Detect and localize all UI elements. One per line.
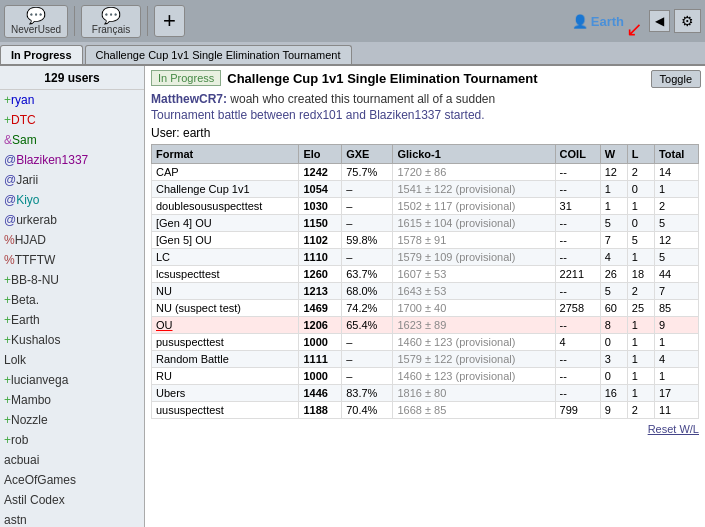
user-name: Sam [12, 133, 37, 147]
table-row: RU 1000 – 1460 ± 123 (provisional) -- 0 … [152, 368, 699, 385]
cell-elo: 1213 [299, 283, 342, 300]
francais-btn[interactable]: 💬 Français [81, 5, 141, 38]
cell-coil: -- [555, 351, 600, 368]
tournament-header: In Progress Challenge Cup 1v1 Single Eli… [151, 70, 699, 86]
sidebar-user[interactable]: AceOfGames [0, 470, 144, 490]
sidebar-user[interactable]: @urkerab [0, 210, 144, 230]
cell-format: Random Battle [152, 351, 299, 368]
user-name: DTC [11, 113, 36, 127]
chat-user-1: MatthewCR7: [151, 92, 227, 106]
user-prefix: + [4, 313, 11, 327]
sidebar-user[interactable]: +Kushalos [0, 330, 144, 350]
neverused-btn[interactable]: 💬 NeverUsed [4, 5, 68, 38]
sidebar-user[interactable]: @Kiyo [0, 190, 144, 210]
user-prefix: + [4, 393, 11, 407]
cell-l: 1 [627, 385, 654, 402]
user-prefix: @ [4, 153, 16, 167]
toggle-btn[interactable]: Toggle [651, 70, 701, 88]
cell-elo: 1054 [299, 181, 342, 198]
user-name: astn [4, 513, 27, 527]
cell-glicko: 1579 ± 122 (provisional) [393, 351, 555, 368]
cell-glicko: 1700 ± 40 [393, 300, 555, 317]
sidebar-user[interactable]: +BB-8-NU [0, 270, 144, 290]
red-arrow-icon: ↙ [626, 17, 643, 41]
cell-total: 4 [654, 351, 698, 368]
sidebar-user[interactable]: acbuai [0, 450, 144, 470]
sidebar-user[interactable]: Astil Codex [0, 490, 144, 510]
cell-total: 1 [654, 368, 698, 385]
cell-w: 7 [600, 232, 627, 249]
speech2-icon: 💬 [101, 8, 121, 24]
cell-gxe: – [342, 351, 393, 368]
tab-tournament[interactable]: Challenge Cup 1v1 Single Elimination Tou… [85, 45, 352, 64]
sidebar-user[interactable]: +Earth [0, 310, 144, 330]
cell-glicko: 1615 ± 104 (provisional) [393, 215, 555, 232]
user-name: Jarii [16, 173, 38, 187]
cell-format: NU (suspect test) [152, 300, 299, 317]
user-name: HJAD [15, 233, 46, 247]
table-row: NU (suspect test) 1469 74.2% 1700 ± 40 2… [152, 300, 699, 317]
sidebar-user[interactable]: +Nozzle [0, 410, 144, 430]
sidebar-user[interactable]: &Sam [0, 130, 144, 150]
cell-l: 5 [627, 232, 654, 249]
chat-text-1: woah who created this tournament all of … [230, 92, 495, 106]
tabbar: In Progress Challenge Cup 1v1 Single Eli… [0, 42, 705, 66]
settings-btn[interactable]: ⚙ [674, 9, 701, 33]
table-row: Random Battle 1111 – 1579 ± 122 (provisi… [152, 351, 699, 368]
cell-total: 11 [654, 402, 698, 419]
user-name: ryan [11, 93, 34, 107]
cell-elo: 1110 [299, 249, 342, 266]
tab-in-progress[interactable]: In Progress [0, 45, 83, 64]
nav-prev-btn[interactable]: ◀ [649, 10, 670, 32]
cell-gxe: – [342, 368, 393, 385]
sidebar-user[interactable]: +DTC [0, 110, 144, 130]
cell-glicko: 1460 ± 123 (provisional) [393, 334, 555, 351]
stats-table: Format Elo GXE Glicko-1 COIL W L Total C… [151, 144, 699, 419]
cell-coil: 2758 [555, 300, 600, 317]
sidebar-user[interactable]: @Jarii [0, 170, 144, 190]
cell-l: 2 [627, 283, 654, 300]
sidebar-user[interactable]: Lolk [0, 350, 144, 370]
cell-elo: 1000 [299, 368, 342, 385]
stats-tbody: CAP 1242 75.7% 1720 ± 86 -- 12 2 14 Chal… [152, 164, 699, 419]
reset-wl-link[interactable]: Reset W/L [648, 423, 699, 435]
sidebar-user[interactable]: +Mambo [0, 390, 144, 410]
cell-w: 9 [600, 402, 627, 419]
sidebar-user[interactable]: +Beta. [0, 290, 144, 310]
sidebar-user[interactable]: @Blaziken1337 [0, 150, 144, 170]
sidebar-user[interactable]: astn [0, 510, 144, 527]
cell-elo: 1242 [299, 164, 342, 181]
user-name: Kushalos [11, 333, 60, 347]
sidebar-user[interactable]: %HJAD [0, 230, 144, 250]
table-row: Challenge Cup 1v1 1054 – 1541 ± 122 (pro… [152, 181, 699, 198]
user-prefix: + [4, 433, 11, 447]
add-tab-btn[interactable]: + [154, 5, 185, 37]
cell-l: 1 [627, 317, 654, 334]
sidebar-user[interactable]: +rob [0, 430, 144, 450]
tournament-title: Challenge Cup 1v1 Single Elimination Tou… [227, 71, 537, 86]
cell-total: 1 [654, 181, 698, 198]
user-name: TTFTW [15, 253, 56, 267]
cell-format: Ubers [152, 385, 299, 402]
cell-w: 3 [600, 351, 627, 368]
user-prefix: + [4, 293, 11, 307]
user-name: Mambo [11, 393, 51, 407]
sidebar-user[interactable]: +ryan [0, 90, 144, 110]
user-name: Beta. [11, 293, 39, 307]
cell-l: 2 [627, 164, 654, 181]
sidebar-user[interactable]: +lucianvega [0, 370, 144, 390]
cell-w: 4 [600, 249, 627, 266]
cell-w: 16 [600, 385, 627, 402]
cell-format: [Gen 5] OU [152, 232, 299, 249]
cell-gxe: – [342, 181, 393, 198]
table-row: uususpecttest 1188 70.4% 1668 ± 85 799 9… [152, 402, 699, 419]
cell-total: 5 [654, 249, 698, 266]
cell-w: 1 [600, 198, 627, 215]
cell-elo: 1150 [299, 215, 342, 232]
cell-elo: 1000 [299, 334, 342, 351]
table-row: [Gen 4] OU 1150 – 1615 ± 104 (provisiona… [152, 215, 699, 232]
user-prefix: @ [4, 213, 16, 227]
sidebar-user[interactable]: %TTFTW [0, 250, 144, 270]
cell-gxe: 59.8% [342, 232, 393, 249]
earth-link[interactable]: 👤 Earth [572, 14, 624, 29]
